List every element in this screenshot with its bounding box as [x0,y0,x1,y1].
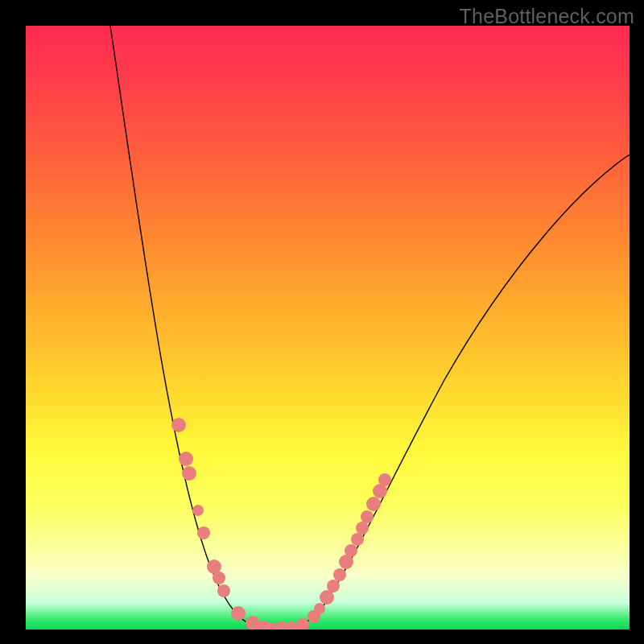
left-curve [110,26,283,629]
watermark-text: TheBottleneck.com [460,5,634,28]
plot-area [26,26,630,630]
data-marker [285,621,298,630]
data-marker [361,510,374,523]
data-marker [366,497,381,511]
data-marker [296,618,309,630]
data-marker [217,584,230,597]
data-marker [179,452,193,466]
right-curve [283,155,630,629]
data-marker [356,522,369,535]
data-marker [314,603,325,614]
data-marker [333,568,346,581]
data-marker [345,544,357,557]
chart-frame: TheBottleneck.com [0,0,644,644]
data-marker [192,505,204,516]
data-marker [213,572,225,584]
data-marker [182,466,196,481]
chart-svg [26,26,630,630]
data-marker [378,473,391,486]
marker-group [171,418,391,630]
data-marker [327,580,340,592]
data-marker [197,526,210,539]
data-marker [231,606,246,621]
data-marker [171,418,186,432]
data-marker [351,533,364,546]
